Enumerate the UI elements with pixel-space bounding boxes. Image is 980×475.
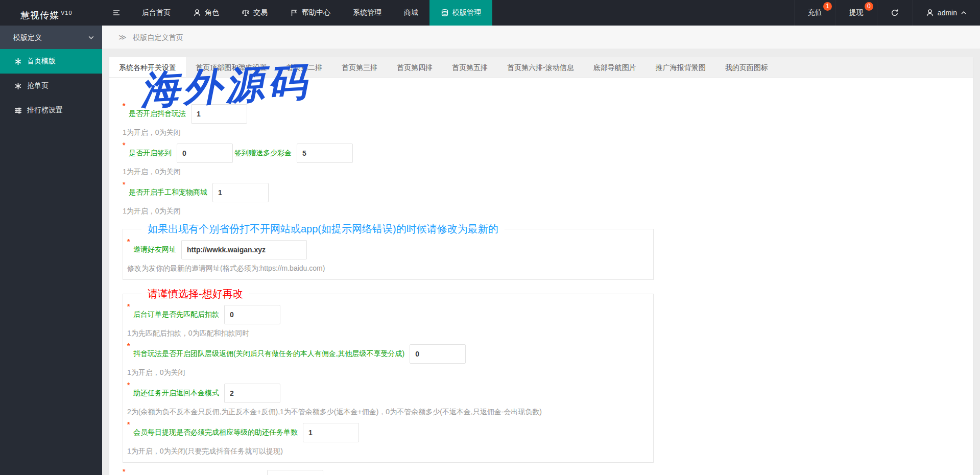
form-row-signin-switch: * 是否开启签到 签到赠送多少彩金 [123, 144, 960, 163]
sidebar-item-order-grab-page[interactable]: 抢单页 [0, 74, 102, 98]
field-label: 是否开启签到 [129, 149, 172, 158]
invite-url-input[interactable] [181, 240, 307, 259]
tab-bottom-nav-images[interactable]: 底部导航图片 [584, 57, 646, 77]
tab-home-row-2[interactable]: 首页第二排 [277, 57, 332, 77]
field-label: 助还任务开启返回本金模式 [133, 389, 219, 398]
withdraw-badge: 0 [865, 2, 873, 11]
field-label: 是否开启抖音玩法 [129, 109, 186, 118]
fieldset-legend-blue: 如果出现有个别省份打不开网站或app(如提示网络错误)的时候请修改为最新的 [141, 222, 505, 236]
sidebar-collapse-button[interactable] [102, 0, 131, 26]
sidebar-group-label: 模版定义 [13, 33, 42, 41]
field-help: 1为开启，0为关闭 [123, 168, 960, 176]
chevron-up-icon [961, 10, 967, 16]
recharge-button[interactable]: 充值 1 [794, 0, 835, 26]
nav-item-label: 帮助中心 [302, 8, 330, 17]
daily-withdraw-task-count-input[interactable] [303, 423, 359, 442]
nav-item-dashboard[interactable]: 后台首页 [131, 0, 182, 26]
nav-item-label: 商城 [404, 8, 418, 17]
field-label: 邀请好友网址 [133, 245, 176, 254]
form-row-handmade-pet-mall-switch: * 是否开启手工和宠物商城 [123, 183, 960, 202]
recharge-badge: 1 [823, 2, 832, 11]
field-help: 1为开启，0为关闭 [123, 128, 960, 136]
douyin-switch-input[interactable] [191, 104, 247, 124]
nav-item-label: 系统管理 [353, 8, 381, 17]
sidebar-item-ranking-settings[interactable]: 排行榜设置 [0, 98, 102, 123]
fieldset-legend-red: 请谨慎选择-想好再改 [141, 287, 249, 301]
required-asterisk: * [127, 381, 130, 389]
field-help: 1为开启，0为关闭(只要完成抖音任务就可以提现) [127, 447, 649, 455]
tab-home-row-6-scrolling-info[interactable]: 首页第六排-滚动信息 [497, 57, 584, 77]
refresh-icon [891, 9, 899, 17]
recharge-label: 充值 [808, 8, 822, 17]
asterisk-icon [14, 82, 22, 90]
username-label: admin [938, 9, 957, 17]
field-label: 抖音玩法是否开启团队层级返佣(关闭后只有做任务的本人有佣金,其他层级不享受分成) [133, 349, 404, 359]
required-asterisk: * [123, 102, 125, 110]
required-asterisk: * [127, 420, 130, 429]
sound-alert-switch-input[interactable] [267, 470, 323, 475]
sidebar-item-label: 排行榜设置 [27, 106, 63, 115]
tab-home-row-5[interactable]: 首页第五排 [442, 57, 497, 77]
nav-item-help-center[interactable]: 帮助中心 [279, 0, 342, 26]
field-label: 会员每日提现是否必须完成相应等级的助还任务单数 [133, 428, 298, 437]
top-navbar: 慧视传媒V10 后台首页 角色 交易 帮助中心 系统管 [0, 0, 980, 26]
field-help: 1为开启，0为关闭 [127, 368, 649, 376]
required-asterisk: * [123, 141, 125, 149]
required-asterisk: * [123, 180, 125, 188]
breadcrumb-separator-icon: ≫ [118, 33, 127, 41]
nav-item-template-management[interactable]: 模版管理 [429, 0, 492, 26]
invite-url-fieldset: 如果出现有个别省份打不开网站或app(如提示网络错误)的时候请修改为最新的 * … [123, 222, 654, 280]
tab-home-row-3[interactable]: 首页第三排 [332, 57, 387, 77]
refresh-button[interactable] [877, 0, 912, 26]
field-label: 后台订单是否先匹配后扣款 [133, 310, 219, 319]
required-asterisk: * [123, 467, 125, 475]
flag-icon [290, 9, 298, 17]
withdraw-label: 提现 [849, 8, 864, 17]
field-help: 2为(余额为负不反本金只反佣,为正反本金+反佣),1为不管余额多少(返本金+佣金… [127, 408, 649, 416]
nav-item-label: 角色 [205, 8, 219, 17]
scales-icon [242, 9, 250, 17]
signin-bonus-input[interactable] [297, 144, 353, 163]
order-match-deduct-input[interactable] [224, 305, 280, 324]
sidebar-group-template-definition[interactable]: 模版定义 [0, 26, 102, 49]
chevron-down-icon [88, 34, 94, 41]
field-help: 1为开启，0为关闭 [123, 207, 960, 215]
settings-form: * 是否开启抖音玩法 1为开启，0为关闭 * 是否开启签到 签到赠送多少彩金 1… [109, 78, 973, 475]
tab-system-switches[interactable]: 系统各种开关设置 [109, 57, 186, 77]
nav-item-system-management[interactable]: 系统管理 [342, 0, 393, 26]
tab-my-page-icons[interactable]: 我的页面图标 [715, 57, 778, 77]
app-logo-text: 慧视传媒 [20, 10, 59, 20]
form-row-daily-withdraw-task-count: * 会员每日提现是否必须完成相应等级的助还任务单数 [127, 423, 649, 442]
nav-item-transactions[interactable]: 交易 [230, 0, 279, 26]
principal-return-mode-input[interactable] [224, 384, 280, 403]
app-logo-version: V10 [61, 10, 73, 16]
field-help: 修改为发你的最新的邀请网址(格式必须为:https://m.baidu.com) [127, 264, 649, 272]
handmade-pet-mall-input[interactable] [212, 183, 269, 202]
signin-switch-input[interactable] [177, 144, 233, 163]
sidebar-item-label: 首页模版 [27, 57, 56, 66]
sidebar: 模版定义 首页模版 抢单页 排行榜设置 [0, 26, 102, 475]
user-menu[interactable]: admin [912, 0, 980, 26]
caution-fieldset: 请谨慎选择-想好再改 * 后台订单是否先匹配后扣款 1为先匹配后扣款，0为匹配和… [123, 287, 654, 463]
nav-item-label: 模版管理 [452, 8, 481, 17]
required-asterisk: * [127, 238, 130, 246]
form-row-sound-alert-switch: * 是否开启后台声音提示(修改后请刷新页面) [123, 470, 960, 475]
nav-item-label: 后台首页 [142, 8, 171, 17]
required-asterisk: * [127, 342, 130, 350]
sidebar-item-label: 抢单页 [27, 81, 49, 90]
hamburger-icon [112, 9, 121, 17]
nav-item-label: 交易 [253, 8, 268, 17]
nav-item-roles[interactable]: 角色 [182, 0, 230, 26]
nav-item-mall[interactable]: 商城 [393, 0, 429, 26]
withdraw-button[interactable]: 提现 0 [835, 0, 877, 26]
tab-home-row-4[interactable]: 首页第四排 [387, 57, 442, 77]
tab-promo-poster-background[interactable]: 推广海报背景图 [646, 57, 715, 77]
form-row-principal-return-mode: * 助还任务开启返回本金模式 [127, 384, 649, 403]
content-card: 系统各种开关设置 首页顶部图和弹窗设置 首页第二排 首页第三排 首页第四排 首页… [109, 57, 973, 475]
asterisk-icon [14, 58, 22, 65]
form-row-invite-url: * 邀请好友网址 [127, 240, 649, 259]
tab-home-top-image-popup[interactable]: 首页顶部图和弹窗设置 [186, 57, 277, 77]
team-level-commission-input[interactable] [410, 344, 466, 364]
sidebar-item-home-template[interactable]: 首页模版 [0, 49, 102, 74]
form-row-order-match-deduct: * 后台订单是否先匹配后扣款 [127, 305, 649, 324]
